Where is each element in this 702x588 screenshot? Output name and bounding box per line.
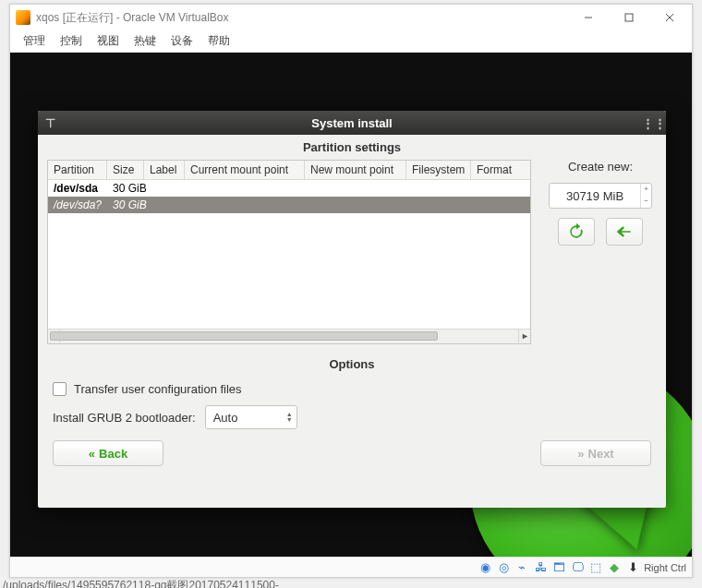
installer-dialog: ⊤ System install ⋮⋮ Partition settings P…: [38, 111, 666, 508]
usb-icon[interactable]: ⌁: [514, 560, 529, 575]
grub-label: Install GRUB 2 bootloader:: [53, 411, 196, 425]
partition-heading: Partition settings: [38, 135, 666, 160]
minimize-button[interactable]: [568, 5, 609, 30]
table-header: Partition Size Label Current mount point…: [48, 161, 530, 180]
apply-button[interactable]: [606, 218, 643, 246]
vb-app-icon: [16, 10, 30, 25]
col-format[interactable]: Format: [471, 161, 530, 179]
svg-rect-1: [625, 14, 633, 21]
table-body[interactable]: /dev/sda 30 GiB /dev/sda? 30 GiB: [48, 180, 530, 329]
size-value: 30719 MiB: [550, 189, 640, 203]
vb-title: xqos [正在运行] - Oracle VM VirtualBox: [36, 10, 568, 26]
network-icon[interactable]: 🖧: [533, 560, 548, 575]
grub-value: Auto: [213, 411, 238, 425]
table-row[interactable]: /dev/sda 30 GiB: [48, 180, 530, 197]
options-heading: Options: [38, 352, 666, 377]
dialog-body: Partition settings Partition Size Label …: [38, 135, 666, 508]
options-panel: Transfer user configuration files Instal…: [38, 377, 666, 429]
col-partition[interactable]: Partition: [48, 161, 107, 179]
menu-manage[interactable]: 管理: [19, 31, 49, 51]
chevron-right-icon: »: [577, 447, 584, 461]
transfer-checkbox-row[interactable]: Transfer user configuration files: [53, 382, 651, 396]
next-button: » Next: [540, 440, 651, 466]
horizontal-scrollbar[interactable]: ◄ ►: [48, 329, 530, 343]
size-spinner[interactable]: 30719 MiB + −: [549, 183, 652, 209]
shared-icon[interactable]: 🗔: [551, 560, 566, 575]
page-path-fragment: /uploads/files/1495595762118-qq截图2017052…: [3, 578, 279, 588]
dialog-menu-icon[interactable]: ⋮⋮: [642, 116, 666, 130]
dialog-footer: « Back » Next: [38, 429, 666, 472]
col-new-mount[interactable]: New mount point: [305, 161, 406, 179]
refresh-button[interactable]: [558, 218, 595, 246]
vb-statusbar: ◉ ◎ ⌁ 🖧 🗔 🖵 ⬚ ◆ ⬇ Right Ctrl: [10, 557, 692, 577]
vb-titlebar[interactable]: xqos [正在运行] - Oracle VM VirtualBox: [10, 5, 692, 30]
back-button[interactable]: « Back: [53, 440, 163, 466]
cd-icon[interactable]: ◎: [496, 560, 511, 575]
vm-screen: ⊤ System install ⋮⋮ Partition settings P…: [10, 53, 692, 557]
spinner-controls: + −: [640, 184, 651, 208]
spinner-down-icon[interactable]: −: [641, 196, 651, 208]
scroll-thumb[interactable]: [50, 331, 438, 341]
col-label[interactable]: Label: [144, 161, 185, 179]
maximize-button[interactable]: [609, 5, 649, 30]
hostkey-icon[interactable]: ⬇: [625, 560, 640, 575]
hostkey-label: Right Ctrl: [644, 562, 686, 573]
menu-devices[interactable]: 设备: [167, 31, 197, 51]
record-icon[interactable]: ⬚: [588, 560, 603, 575]
col-size[interactable]: Size: [107, 161, 144, 179]
arrow-left-icon: [615, 222, 634, 241]
create-new-panel: Create new: 30719 MiB + −: [544, 160, 657, 344]
menu-view[interactable]: 视图: [93, 31, 123, 51]
virtualbox-window: xqos [正在运行] - Oracle VM VirtualBox 管理 控制…: [9, 4, 693, 578]
grub-row: Install GRUB 2 bootloader: Auto ▲▼: [53, 405, 651, 429]
chevron-left-icon: «: [89, 447, 95, 461]
spinner-up-icon[interactable]: +: [641, 184, 651, 196]
grub-combobox[interactable]: Auto ▲▼: [205, 405, 297, 429]
window-controls: [568, 5, 690, 30]
partition-area: Partition Size Label Current mount point…: [38, 160, 666, 344]
refresh-icon: [567, 222, 586, 241]
close-button[interactable]: [649, 5, 690, 30]
transfer-label: Transfer user configuration files: [74, 382, 242, 396]
display-icon[interactable]: 🖵: [570, 560, 585, 575]
menu-help[interactable]: 帮助: [204, 31, 234, 51]
table-row[interactable]: /dev/sda? 30 GiB: [48, 197, 530, 213]
col-filesystem[interactable]: Filesystem: [406, 161, 471, 179]
menu-control[interactable]: 控制: [56, 31, 86, 51]
vb-menubar: 管理 控制 视图 热键 设备 帮助: [10, 30, 692, 53]
scroll-right-icon[interactable]: ►: [518, 330, 531, 342]
menu-hotkeys[interactable]: 热键: [130, 31, 160, 51]
hdd-icon[interactable]: ◉: [478, 560, 492, 575]
dialog-titlebar[interactable]: ⊤ System install ⋮⋮: [38, 111, 666, 135]
col-current-mount[interactable]: Current mount point: [185, 161, 305, 179]
status-ok-icon[interactable]: ◆: [607, 560, 622, 575]
transfer-checkbox[interactable]: [53, 382, 67, 396]
chevron-updown-icon: ▲▼: [286, 412, 293, 423]
partition-table: Partition Size Label Current mount point…: [47, 160, 531, 344]
dialog-title: System install: [62, 116, 642, 130]
side-buttons: [558, 218, 643, 246]
create-new-label: Create new:: [568, 160, 633, 174]
pin-icon[interactable]: ⊤: [38, 116, 62, 130]
